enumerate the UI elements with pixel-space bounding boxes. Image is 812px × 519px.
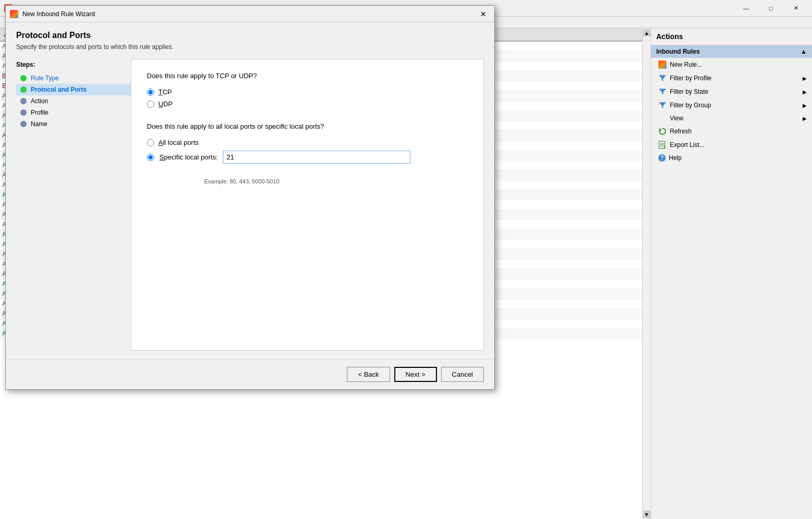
filter-profile-arrow: ▶: [803, 76, 807, 81]
question-ports: Does this rule apply to all local ports …: [147, 122, 468, 130]
port-example: Example: 80, 443, 5000-5010: [204, 178, 468, 184]
step-dot-name: [20, 121, 27, 127]
scroll-up[interactable]: ▲: [643, 29, 651, 36]
all-ports-label[interactable]: All local ports: [158, 139, 198, 146]
step-label-name: Name: [31, 120, 47, 128]
refresh-icon: [658, 127, 667, 135]
specific-ports-option: Specific local ports:: [147, 151, 468, 164]
dialog-title-icon: [10, 10, 18, 18]
scrollbar[interactable]: ▲ ▼: [642, 28, 651, 519]
cancel-button[interactable]: Cancel: [441, 367, 484, 382]
port-input[interactable]: [223, 151, 410, 164]
specific-ports-radio[interactable]: [147, 154, 154, 161]
action-filter-profile[interactable]: Filter by Profile ▶: [651, 71, 812, 85]
actions-header: Actions: [651, 28, 812, 45]
action-export[interactable]: Export List...: [651, 138, 812, 152]
dialog-title: New Inbound Rule Wizard: [22, 10, 477, 18]
step-profile: Profile: [16, 107, 131, 118]
action-refresh[interactable]: Refresh: [651, 125, 812, 138]
tcp-option: TCP: [147, 88, 468, 96]
dialog-section-desc: Specify the protocols and ports to which…: [16, 43, 484, 51]
action-filter-state[interactable]: Filter by State ▶: [651, 85, 812, 98]
udp-label[interactable]: UDP: [158, 100, 172, 108]
filter-group-label: Filter by Group: [670, 102, 711, 109]
filter-state-label: Filter by State: [670, 88, 708, 95]
maximize-button[interactable]: □: [759, 1, 783, 16]
tcp-label[interactable]: TCP: [158, 88, 172, 96]
step-protocol-ports: Protocol and Ports: [16, 84, 131, 95]
all-ports-option: All local ports: [147, 139, 468, 146]
step-label-rule-type: Rule Type: [31, 75, 59, 82]
next-button[interactable]: Next >: [394, 367, 437, 382]
filter-profile-icon: [658, 74, 667, 82]
filter-group-icon: [658, 101, 667, 109]
dialog-titlebar: New Inbound Rule Wizard ✕: [6, 6, 494, 22]
actions-section-arrow: ▲: [801, 48, 807, 55]
new-rule-label: New Rule...: [670, 61, 702, 68]
close-button[interactable]: ✕: [784, 1, 808, 16]
dialog-body: Protocol and Ports Specify the protocols…: [6, 22, 494, 359]
back-button[interactable]: < Back: [347, 367, 390, 382]
help-icon: ?: [658, 154, 666, 162]
action-view[interactable]: View ▶: [651, 112, 812, 125]
all-ports-radio[interactable]: [147, 139, 154, 146]
refresh-label: Refresh: [670, 128, 692, 135]
actions-section-label: Inbound Rules: [656, 48, 699, 55]
wizard-main-area: Does this rule apply to TCP or UDP? TCP …: [131, 59, 484, 351]
step-name: Name: [16, 118, 131, 130]
specific-ports-label[interactable]: Specific local ports:: [159, 153, 218, 161]
step-label-protocol: Protocol and Ports: [31, 86, 86, 93]
udp-option: UDP: [147, 100, 468, 108]
step-rule-type: Rule Type: [16, 72, 131, 84]
filter-profile-label: Filter by Profile: [670, 75, 711, 82]
step-action: Action: [16, 95, 131, 107]
wizard-dialog: New Inbound Rule Wizard ✕ Protocol and P…: [5, 5, 495, 390]
ports-radio-group: All local ports Specific local ports:: [147, 139, 468, 164]
steps-label: Steps:: [16, 61, 131, 68]
help-label: Help: [669, 154, 682, 162]
tcp-radio[interactable]: [147, 89, 154, 96]
window-controls: — □ ✕: [734, 1, 808, 16]
export-icon: [658, 141, 667, 149]
actions-section-inbound[interactable]: Inbound Rules ▲: [651, 45, 812, 58]
view-arrow: ▶: [803, 116, 807, 121]
question-tcp-udp: Does this rule apply to TCP or UDP?: [147, 72, 468, 80]
step-label-profile: Profile: [31, 109, 48, 116]
filter-state-icon: [658, 88, 667, 96]
new-rule-icon: [658, 60, 667, 69]
dialog-close-button[interactable]: ✕: [477, 8, 490, 20]
step-label-action: Action: [31, 97, 48, 105]
export-label: Export List...: [670, 141, 705, 149]
step-dot-action: [20, 98, 27, 104]
view-label: View: [670, 115, 683, 122]
action-new-rule[interactable]: New Rule...: [651, 58, 812, 71]
firewall-icon: [10, 10, 18, 18]
step-dot-profile: [20, 109, 27, 116]
action-help[interactable]: ? Help: [651, 152, 812, 164]
actions-panel: Actions Inbound Rules ▲ New Rule... Filt…: [651, 28, 812, 519]
step-dot-protocol: [20, 86, 27, 93]
udp-radio[interactable]: [147, 101, 154, 108]
steps-sidebar: Steps: Rule Type Protocol and Ports Acti…: [16, 59, 131, 351]
filter-group-arrow: ▶: [803, 103, 807, 108]
action-filter-group[interactable]: Filter by Group ▶: [651, 98, 812, 112]
filter-state-arrow: ▶: [803, 89, 807, 95]
step-dot-rule-type: [20, 75, 27, 81]
dialog-section-title: Protocol and Ports: [16, 31, 484, 40]
protocol-radio-group: TCP UDP: [147, 88, 468, 108]
scroll-down[interactable]: ▼: [643, 511, 651, 518]
minimize-button[interactable]: —: [734, 1, 758, 16]
dialog-overlay: New Inbound Rule Wizard ✕ Protocol and P…: [0, 0, 500, 469]
dialog-footer: < Back Next > Cancel: [6, 359, 494, 389]
dialog-content: Steps: Rule Type Protocol and Ports Acti…: [16, 59, 484, 351]
